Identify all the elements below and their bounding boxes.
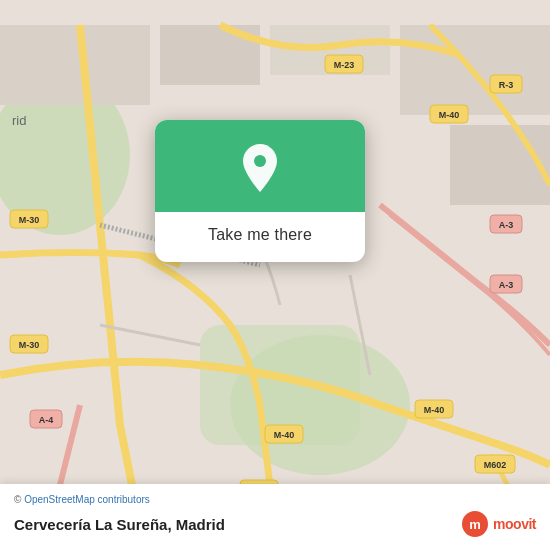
copyright-symbol: © <box>14 494 21 505</box>
svg-text:M602: M602 <box>484 460 507 470</box>
card-green-header <box>155 120 365 212</box>
take-me-there-button[interactable]: Take me there <box>208 222 312 248</box>
bottom-bar: © OpenStreetMap contributors Cervecería … <box>0 484 550 550</box>
location-name-row: Cervecería La Sureña, Madrid m moovit <box>14 510 536 538</box>
map-container: M-30 M-30 M-23 M-40 R-3 A-3 A-3 M-40 M-4… <box>0 0 550 550</box>
svg-text:M-40: M-40 <box>274 430 295 440</box>
map-background: M-30 M-30 M-23 M-40 R-3 A-3 A-3 M-40 M-4… <box>0 0 550 550</box>
moovit-logo: m moovit <box>461 510 536 538</box>
svg-point-34 <box>254 155 266 167</box>
osm-link[interactable]: OpenStreetMap contributors <box>24 494 150 505</box>
svg-text:m: m <box>469 517 481 532</box>
location-card: Take me there <box>155 120 365 262</box>
svg-text:M-40: M-40 <box>424 405 445 415</box>
card-button-area: Take me there <box>155 212 365 262</box>
svg-text:A-4: A-4 <box>39 415 54 425</box>
svg-text:R-3: R-3 <box>499 80 514 90</box>
moovit-text: moovit <box>493 516 536 532</box>
svg-text:rid: rid <box>12 113 26 128</box>
svg-text:M-30: M-30 <box>19 340 40 350</box>
svg-text:A-3: A-3 <box>499 220 514 230</box>
moovit-icon: m <box>461 510 489 538</box>
osm-credit: © OpenStreetMap contributors <box>14 494 536 505</box>
svg-text:A-3: A-3 <box>499 280 514 290</box>
location-pin-icon <box>238 142 282 194</box>
svg-text:M-30: M-30 <box>19 215 40 225</box>
svg-text:M-23: M-23 <box>334 60 355 70</box>
svg-rect-4 <box>0 25 150 105</box>
location-name: Cervecería La Sureña, Madrid <box>14 516 225 533</box>
svg-text:M-40: M-40 <box>439 110 460 120</box>
svg-rect-8 <box>450 125 550 205</box>
